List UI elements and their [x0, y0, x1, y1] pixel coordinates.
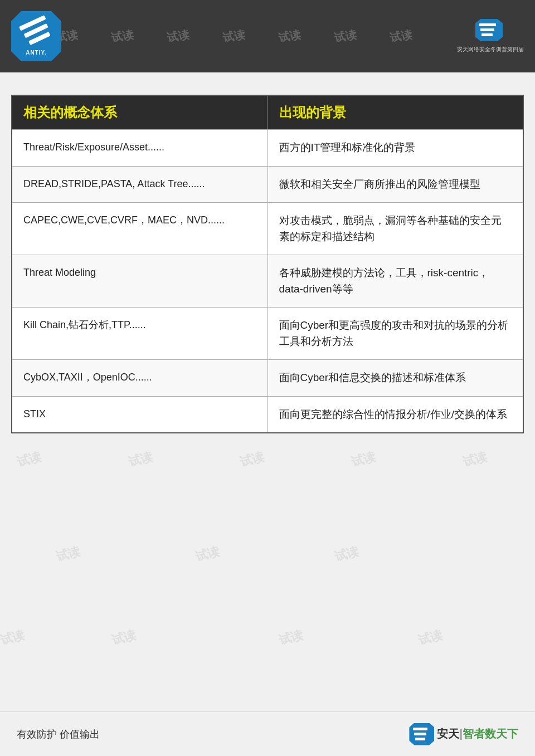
- table-cell-2-1: DREAD,STRIDE,PASTA, Attack Tree......: [12, 167, 268, 203]
- table-cell-5-1: Kill Chain,钻石分析,TTP......: [12, 308, 268, 359]
- table-cell-4-1: Threat Modeling: [12, 255, 268, 307]
- table-cell-6-2: 面向Cyber和信息交换的描述和标准体系: [268, 360, 523, 396]
- header-watermarks: 试读 试读 试读 试读 试读 试读 试读: [56, 0, 479, 72]
- body-wm-28: 试读: [0, 627, 26, 649]
- main-table: 相关的概念体系 出现的背景 Threat/Risk/Exposure/Asset…: [11, 95, 524, 433]
- table-cell-5-2: 面向Cyber和更高强度的攻击和对抗的场景的分析工具和分析方法: [268, 308, 523, 359]
- watermark-5: 试读: [278, 27, 302, 46]
- footer-brand-antiy: 安天: [437, 728, 459, 740]
- logo: ANTIY.: [11, 11, 61, 61]
- watermark-6: 试读: [333, 27, 358, 46]
- body-wm-23: 试读: [349, 448, 377, 471]
- table-cell-6-1: CybOX,TAXII，OpenIOC......: [12, 360, 268, 396]
- table-cell-7-2: 面向更完整的综合性的情报分析/作业/交换的体系: [268, 397, 523, 433]
- logo-stripes: [17, 13, 55, 51]
- body-wm-21: 试读: [127, 448, 154, 471]
- table-cell-3-2: 对攻击模式，脆弱点，漏洞等各种基础的安全元素的标定和描述结构: [268, 203, 523, 255]
- footer: 有效防护 价值输出 安天|智者数天下: [0, 711, 535, 756]
- table-cell-7-1: STIX: [12, 397, 268, 433]
- footer-left-text: 有效防护 价值输出: [17, 728, 100, 741]
- body-wm-30: 试读: [277, 627, 305, 649]
- watermark-2: 试读: [110, 27, 135, 46]
- body-wm-26: 试读: [193, 543, 221, 565]
- table-row: CybOX,TAXII，OpenIOC...... 面向Cyber和信息交换的描…: [12, 359, 523, 396]
- header: ANTIY. 试读 试读 试读 试读 试读 试读 试读 安天网络安全冬训营第四届: [0, 0, 535, 72]
- table-row: Threat Modeling 各种威胁建模的方法论，工具，risk-centr…: [12, 255, 523, 307]
- body-wm-25: 试读: [54, 543, 82, 565]
- table-row: Kill Chain,钻石分析,TTP...... 面向Cyber和更高强度的攻…: [12, 307, 523, 359]
- footer-brand-text: 安天|智者数天下: [437, 726, 518, 742]
- footer-brand-sub: 智者数天下: [463, 728, 518, 740]
- body-wm-20: 试读: [15, 448, 43, 471]
- watermark-4: 试读: [222, 27, 246, 46]
- table-header-row: 相关的概念体系 出现的背景: [12, 96, 523, 129]
- watermark-7: 试读: [389, 27, 414, 46]
- footer-right-logo: 安天|智者数天下: [409, 723, 518, 745]
- watermark-3: 试读: [166, 27, 191, 46]
- table-row: DREAD,STRIDE,PASTA, Attack Tree...... 微软…: [12, 166, 523, 203]
- table-cell-2-2: 微软和相关安全厂商所推出的风险管理模型: [268, 167, 523, 203]
- body-wm-22: 试读: [238, 448, 266, 471]
- table-header-col1: 相关的概念体系: [12, 96, 268, 129]
- header-right-icon-shape: [475, 19, 503, 41]
- table-row: STIX 面向更完整的综合性的情报分析/作业/交换的体系: [12, 396, 523, 433]
- table-row: CAPEC,CWE,CVE,CVRF，MAEC，NVD...... 对攻击模式，…: [12, 202, 523, 255]
- header-right-icon: [475, 19, 506, 44]
- main-content: 相关的概念体系 出现的背景 Threat/Risk/Exposure/Asset…: [11, 95, 524, 433]
- table-cell-4-2: 各种威胁建模的方法论，工具，risk-centric，data-driven等等: [268, 255, 523, 307]
- header-right-subtitle: 安天网络安全冬训营第四届: [457, 46, 524, 53]
- header-right-logo: 安天网络安全冬训营第四届: [457, 19, 524, 53]
- body-wm-27: 试读: [333, 543, 361, 565]
- table-cell-1-2: 西方的IT管理和标准化的背景: [268, 130, 523, 166]
- body-wm-31: 试读: [416, 627, 444, 649]
- table-cell-1-1: Threat/Risk/Exposure/Asset......: [12, 130, 268, 166]
- table-row: Threat/Risk/Exposure/Asset...... 西方的IT管理…: [12, 129, 523, 166]
- body-wm-24: 试读: [461, 448, 489, 471]
- footer-logo-icon: [409, 723, 434, 745]
- body-wm-29: 试读: [110, 627, 138, 649]
- table-cell-3-1: CAPEC,CWE,CVE,CVRF，MAEC，NVD......: [12, 203, 268, 255]
- table-header-col2: 出现的背景: [268, 96, 523, 129]
